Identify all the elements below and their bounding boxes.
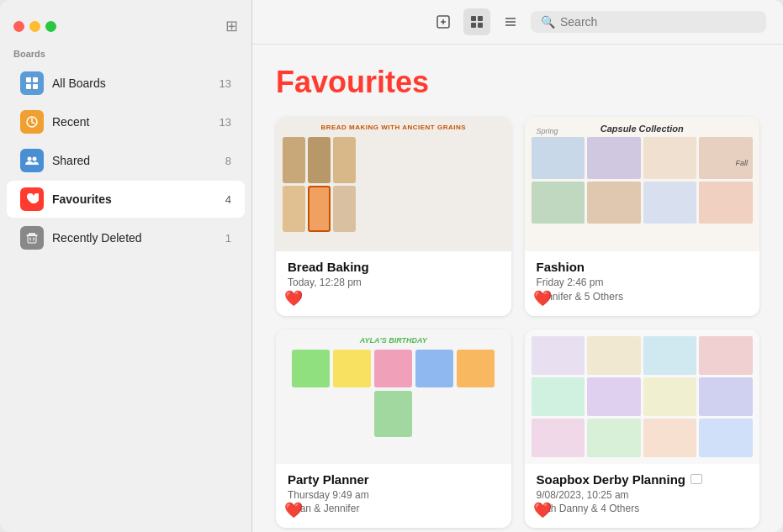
close-button[interactable]	[13, 21, 24, 32]
content-area: Favourites BREAD MAKING WITH ANCIENT GRA…	[252, 45, 783, 532]
boards-grid: BREAD MAKING WITH ANCIENT GRAINS ❤️ Brea…	[276, 117, 759, 528]
favourite-heart-bread-baking[interactable]: ❤️	[284, 289, 303, 308]
board-name-fashion: Fashion	[537, 260, 749, 274]
toolbar: 🔍	[252, 0, 783, 45]
maximize-button[interactable]	[45, 21, 56, 32]
board-thumbnail-bread-baking: BREAD MAKING WITH ANCIENT GRAINS	[276, 117, 511, 251]
favourite-heart-party-planner[interactable]: ❤️	[284, 501, 303, 519]
board-collab-party-planner: Brian & Jennifer	[288, 502, 500, 516]
board-card-party-planner[interactable]: AYLA'S BIRTHDAY ❤️ Party Planner Thursda…	[276, 329, 511, 529]
board-card-fashion[interactable]: Capsule Collection Spring Fall ❤️	[525, 117, 760, 316]
favourites-label: Favourites	[52, 192, 217, 206]
sidebar-item-recent[interactable]: Recent 13	[7, 103, 245, 140]
svg-point-5	[28, 157, 32, 161]
sidebar-item-recently-deleted[interactable]: Recently Deleted 1	[7, 219, 245, 256]
recent-icon	[20, 110, 44, 134]
search-bar[interactable]: 🔍	[531, 11, 766, 33]
board-date-bread-baking: Today, 12:28 pm	[288, 276, 500, 290]
fashion-thumb-label: Capsule Collection	[532, 124, 754, 134]
favourites-count: 4	[225, 193, 231, 206]
svg-rect-3	[33, 84, 38, 89]
board-info-fashion: Fashion Friday 2:46 pm Jennifer & 5 Othe…	[525, 251, 760, 316]
board-collab-soapbox-derby: With Danny & 4 Others	[537, 502, 749, 516]
main-content: 🔍 Favourites BREAD MAKING WITH ANCIENT G…	[252, 0, 783, 532]
board-date-party-planner: Thursday 9:49 am	[288, 488, 500, 503]
board-card-soapbox-derby[interactable]: ❤️ Soapbox Derby Planning 9/08/2023, 10:…	[525, 329, 760, 529]
sidebar-header: ⊞	[0, 10, 251, 45]
minimize-button[interactable]	[29, 21, 40, 32]
board-info-soapbox-derby: Soapbox Derby Planning 9/08/2023, 10:25 …	[525, 464, 760, 529]
svg-point-6	[33, 157, 37, 161]
recent-count: 13	[220, 116, 231, 129]
board-name-party-planner: Party Planner	[288, 472, 500, 487]
board-name-soapbox-derby: Soapbox Derby Planning	[537, 472, 749, 487]
board-thumbnail-party-planner: AYLA'S BIRTHDAY	[276, 329, 511, 464]
shared-count: 8	[225, 155, 231, 167]
sidebar-section-label: Boards	[0, 45, 251, 64]
party-thumb-title: AYLA'S BIRTHDAY	[360, 336, 427, 345]
page-title: Favourites	[276, 65, 759, 100]
board-thumbnail-fashion: Capsule Collection Spring Fall	[525, 117, 760, 251]
board-thumbnail-soapbox-derby	[525, 329, 760, 464]
svg-rect-1	[33, 77, 38, 82]
recent-label: Recent	[52, 115, 211, 129]
board-collab-fashion: Jennifer & 5 Others	[537, 290, 749, 304]
svg-rect-7	[28, 235, 36, 243]
favourites-icon	[20, 187, 44, 211]
traffic-lights	[13, 21, 56, 32]
board-card-bread-baking[interactable]: BREAD MAKING WITH ANCIENT GRAINS ❤️ Brea…	[276, 117, 511, 316]
search-input[interactable]	[560, 15, 756, 29]
svg-rect-17	[478, 23, 483, 28]
svg-rect-0	[26, 77, 31, 82]
grid-view-button[interactable]	[463, 8, 490, 35]
sidebar-item-shared[interactable]: Shared 8	[7, 142, 245, 179]
shared-icon	[20, 149, 44, 172]
all-boards-label: All Boards	[52, 76, 211, 90]
board-info-party-planner: Party Planner Thursday 9:49 am Brian & J…	[276, 464, 511, 529]
svg-rect-15	[478, 16, 483, 21]
board-date-fashion: Friday 2:46 pm	[537, 276, 749, 290]
recently-deleted-count: 1	[225, 232, 231, 245]
bread-thumb-title: BREAD MAKING WITH ANCIENT GRAINS	[283, 124, 505, 134]
all-boards-count: 13	[220, 77, 231, 90]
favourite-heart-fashion[interactable]: ❤️	[533, 289, 552, 308]
sidebar-item-all-boards[interactable]: All Boards 13	[7, 65, 245, 102]
shared-label: Shared	[52, 154, 217, 167]
list-view-button[interactable]	[497, 8, 524, 35]
all-boards-icon	[20, 71, 44, 95]
sidebar-toggle-icon[interactable]: ⊞	[225, 17, 238, 35]
recently-deleted-label: Recently Deleted	[52, 231, 217, 245]
sidebar-item-favourites[interactable]: Favourites 4	[7, 181, 245, 218]
comment-icon	[690, 474, 702, 484]
favourite-heart-soapbox-derby[interactable]: ❤️	[533, 501, 552, 519]
svg-rect-16	[471, 23, 476, 28]
sidebar: ⊞ Boards All Boards 13 Recent 13	[0, 0, 252, 532]
search-icon: 🔍	[541, 15, 555, 29]
board-date-soapbox-derby: 9/08/2023, 10:25 am	[537, 488, 749, 503]
new-board-button[interactable]	[430, 8, 457, 35]
board-name-bread-baking: Bread Baking	[288, 260, 500, 274]
svg-rect-14	[471, 16, 476, 21]
board-info-bread-baking: Bread Baking Today, 12:28 pm	[276, 251, 511, 302]
svg-rect-2	[26, 84, 31, 89]
recently-deleted-icon	[20, 226, 44, 250]
